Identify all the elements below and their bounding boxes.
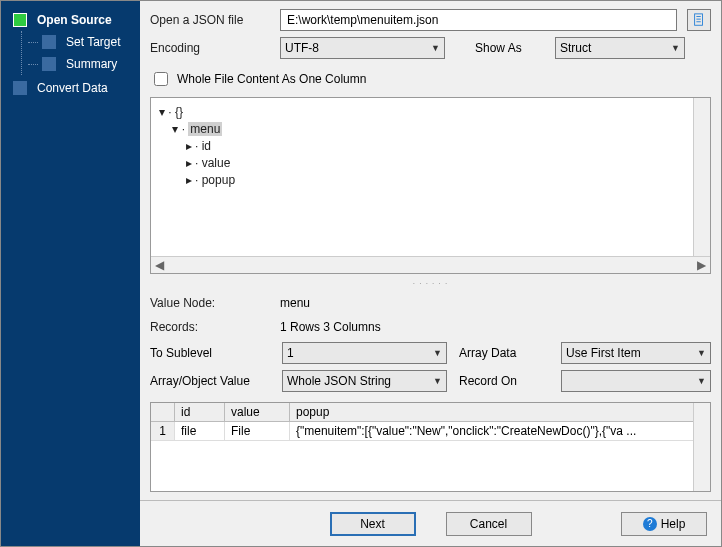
encoding-select[interactable]: UTF-8 ▼: [280, 37, 445, 59]
help-icon: ?: [643, 517, 657, 531]
table-row[interactable]: 1 file File {"menuitem":[{"value":"New",…: [151, 422, 710, 441]
step-marker-icon: [42, 57, 56, 71]
th-value[interactable]: value: [225, 403, 290, 421]
whole-file-checkbox-row: Whole File Content As One Column: [150, 69, 711, 89]
sidebar-item-open-source[interactable]: Open Source: [1, 9, 140, 31]
tree-connector-icon: [28, 42, 38, 43]
sidebar-item-set-target[interactable]: Set Target: [22, 31, 140, 53]
chevron-down-icon: ▼: [433, 348, 442, 358]
next-button[interactable]: Next: [330, 512, 416, 536]
arraydata-select[interactable]: Use First Item ▼: [561, 342, 711, 364]
step-label: Summary: [66, 57, 117, 71]
step-marker-icon: [13, 13, 27, 27]
arraydata-label: Array Data: [459, 346, 549, 360]
tree-node-root[interactable]: ▾ · {}: [159, 104, 702, 121]
encoding-value: UTF-8: [285, 41, 319, 55]
splitter-handle[interactable]: · · · · · ·: [150, 280, 711, 286]
tree-node-id[interactable]: ▸ · id: [159, 138, 702, 155]
chevron-down-icon: ▼: [433, 376, 442, 386]
row-value-node: Value Node: menu: [150, 296, 711, 310]
tosublevel-value: 1: [287, 346, 294, 360]
document-icon: [692, 13, 706, 27]
records-value: 1 Rows 3 Columns: [280, 320, 381, 334]
tree-node-value[interactable]: ▸ · value: [159, 155, 702, 172]
next-label: Next: [360, 517, 385, 531]
arrobj-label: Array/Object Value: [150, 374, 270, 388]
row-records: Records: 1 Rows 3 Columns: [150, 320, 711, 334]
cancel-label: Cancel: [470, 517, 507, 531]
tosublevel-label: To Sublevel: [150, 346, 270, 360]
step-marker-icon: [13, 81, 27, 95]
cell-popup: {"menuitem":[{"value":"New","onclick":"C…: [290, 422, 710, 440]
preview-table: id value popup 1 file File {"menuitem":[…: [150, 402, 711, 492]
tree-node-menu[interactable]: ▾ · menu: [159, 121, 702, 138]
sidebar-item-convert-data[interactable]: Convert Data: [1, 77, 140, 99]
help-label: Help: [661, 517, 686, 531]
tree-node-popup[interactable]: ▸ · popup: [159, 172, 702, 189]
step-marker-icon: [42, 35, 56, 49]
showas-value: Struct: [560, 41, 591, 55]
content-area: Open a JSON file Encoding UTF-8 ▼ Show A…: [140, 1, 721, 500]
whole-file-label: Whole File Content As One Column: [177, 72, 366, 86]
th-rownum[interactable]: [151, 403, 175, 421]
json-tree[interactable]: ▾ · {} ▾ · menu ▸ · id ▸ · value ▸ · pop…: [151, 98, 710, 256]
records-label: Records:: [150, 320, 270, 334]
arraydata-value: Use First Item: [566, 346, 641, 360]
showas-select[interactable]: Struct ▼: [555, 37, 685, 59]
cancel-button[interactable]: Cancel: [446, 512, 532, 536]
wizard-footer: Next Cancel ? Help: [140, 500, 721, 546]
cell-value: File: [225, 422, 290, 440]
arrobj-value: Whole JSON String: [287, 374, 391, 388]
tree-horizontal-scrollbar[interactable]: ◀▶: [151, 256, 710, 273]
recordon-select[interactable]: ▼: [561, 370, 711, 392]
row-encoding: Encoding UTF-8 ▼ Show As Struct ▼: [150, 37, 711, 59]
th-popup[interactable]: popup: [290, 403, 710, 421]
open-file-label: Open a JSON file: [150, 13, 270, 27]
arrobj-select[interactable]: Whole JSON String ▼: [282, 370, 447, 392]
valuenode-label: Value Node:: [150, 296, 270, 310]
app-root: Open Source Set Target Summary Convert D…: [0, 0, 722, 547]
table-vertical-scrollbar[interactable]: [693, 403, 710, 491]
tree-connector-icon: [28, 64, 38, 65]
step-label: Convert Data: [37, 81, 108, 95]
browse-file-button[interactable]: [687, 9, 711, 31]
sidebar-item-summary[interactable]: Summary: [22, 53, 140, 75]
json-tree-box: ▾ · {} ▾ · menu ▸ · id ▸ · value ▸ · pop…: [150, 97, 711, 274]
whole-file-checkbox[interactable]: [154, 72, 168, 86]
cell-rownum: 1: [151, 422, 175, 440]
wizard-sidebar: Open Source Set Target Summary Convert D…: [1, 1, 140, 546]
table-header: id value popup: [151, 403, 710, 422]
help-button[interactable]: ? Help: [621, 512, 707, 536]
tosublevel-select[interactable]: 1 ▼: [282, 342, 447, 364]
encoding-label: Encoding: [150, 41, 270, 55]
row-open-file: Open a JSON file: [150, 9, 711, 31]
th-id[interactable]: id: [175, 403, 225, 421]
chevron-down-icon: ▼: [431, 43, 440, 53]
step-label: Open Source: [37, 13, 112, 27]
step-label: Set Target: [66, 35, 120, 49]
tree-vertical-scrollbar[interactable]: [693, 98, 710, 256]
sidebar-subgroup: Set Target Summary: [21, 31, 140, 75]
chevron-down-icon: ▼: [671, 43, 680, 53]
options-grid: To Sublevel 1 ▼ Array Data Use First Ite…: [150, 342, 711, 392]
main-panel: Open a JSON file Encoding UTF-8 ▼ Show A…: [140, 1, 721, 546]
cell-id: file: [175, 422, 225, 440]
showas-label: Show As: [475, 41, 545, 55]
chevron-down-icon: ▼: [697, 348, 706, 358]
chevron-down-icon: ▼: [697, 376, 706, 386]
valuenode-value: menu: [280, 296, 310, 310]
open-file-input[interactable]: [280, 9, 677, 31]
recordon-label: Record On: [459, 374, 549, 388]
